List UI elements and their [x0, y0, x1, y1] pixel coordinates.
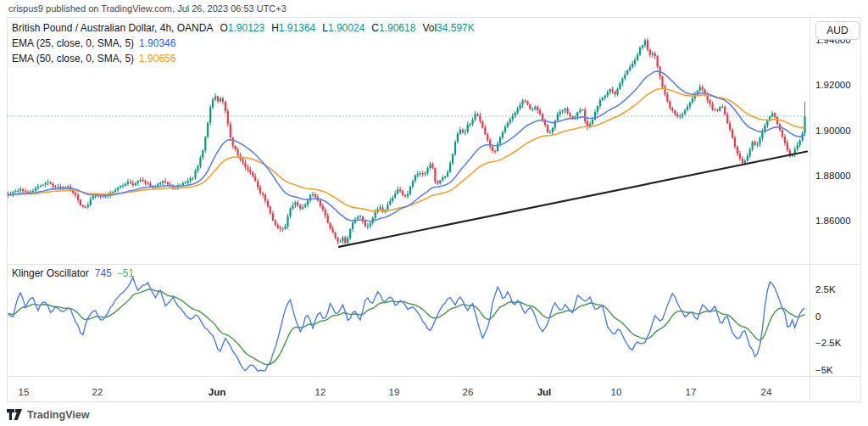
price-tick-label: 1.92000 — [815, 80, 851, 90]
chart-legend: British Pound / Australian Dollar, 4h, O… — [12, 20, 475, 66]
time-tick-label: Jun — [209, 387, 225, 397]
klinger-signal-line[interactable] — [8, 289, 805, 365]
currency-button[interactable]: AUD — [815, 21, 860, 40]
klinger-signal-value: −51 — [117, 267, 134, 279]
tradingview-chart-page: crispus9 published on TradingView.com, J… — [0, 0, 868, 426]
volume-value: 34.597K — [437, 22, 475, 34]
time-tick-label: 10 — [611, 387, 622, 397]
ema25-legend-row[interactable]: EMA (25, close, 0, SMA, 5)1.90346 — [12, 36, 475, 51]
time-tick-label: 19 — [389, 387, 400, 397]
time-tick-label: 22 — [92, 387, 103, 397]
symbol-legend-row[interactable]: British Pound / Australian Dollar, 4h, O… — [12, 20, 475, 36]
klinger-ko-value: 745 — [95, 267, 112, 279]
price-axis-labels[interactable]: 1.940001.920001.900001.880001.86000 — [815, 35, 851, 226]
footer-attribution: TradingView — [7, 408, 89, 421]
trend-line[interactable] — [339, 152, 807, 247]
oscillator-tick-label: 2.5K — [815, 284, 836, 294]
ema25-line[interactable] — [8, 71, 805, 221]
price-tick-label: 1.88000 — [815, 171, 851, 181]
pane-borders — [8, 18, 861, 402]
tradingview-logo-icon[interactable] — [7, 408, 22, 421]
oscillator-tick-label: 0 — [815, 311, 821, 322]
klinger-legend-row[interactable]: Klinger Oscillator745−51 — [12, 267, 134, 279]
klinger-ko-line[interactable] — [8, 277, 805, 372]
ema25-label: EMA (25, close, 0, SMA, 5) — [12, 37, 134, 49]
low-value: 1.90024 — [328, 22, 364, 34]
time-axis-labels[interactable]: 1522Jun121926Jul101724 — [19, 387, 772, 397]
time-tick-label: Jul — [537, 387, 552, 397]
oscillator-tick-label: −5K — [815, 365, 833, 375]
close-value: 1.90618 — [379, 22, 415, 34]
oscillator-tick-label: −2.5K — [815, 338, 842, 348]
time-tick-label: 24 — [761, 387, 772, 397]
price-tick-label: 1.86000 — [815, 216, 851, 226]
time-tick-label: 12 — [315, 387, 326, 397]
ema50-label: EMA (50, close, 0, SMA, 5) — [12, 53, 134, 64]
ema25-value: 1.90346 — [139, 37, 175, 49]
time-tick-label: 26 — [463, 387, 474, 397]
open-label: O — [220, 22, 227, 34]
symbol-title: British Pound / Australian Dollar, 4h, O… — [12, 22, 213, 34]
candlestick-series[interactable] — [7, 38, 805, 245]
high-value: 1.91364 — [279, 22, 315, 34]
time-tick-label: 17 — [686, 387, 697, 397]
low-label: L — [322, 22, 328, 34]
tradingview-brand[interactable]: TradingView — [27, 409, 89, 421]
close-label: C — [371, 22, 379, 34]
time-tick-label: 15 — [19, 387, 30, 397]
ema50-legend-row[interactable]: EMA (50, close, 0, SMA, 5)1.90656 — [12, 51, 475, 66]
high-label: H — [271, 22, 279, 34]
open-value: 1.90123 — [228, 22, 264, 34]
oscillator-axis-labels[interactable]: 2.5K0−2.5K−5K — [815, 284, 842, 375]
ema50-value: 1.90656 — [139, 53, 175, 64]
klinger-title: Klinger Oscillator — [12, 267, 89, 279]
price-tick-label: 1.90000 — [815, 126, 851, 136]
ema50-line[interactable] — [8, 89, 805, 211]
volume-label: Vol — [422, 22, 437, 34]
